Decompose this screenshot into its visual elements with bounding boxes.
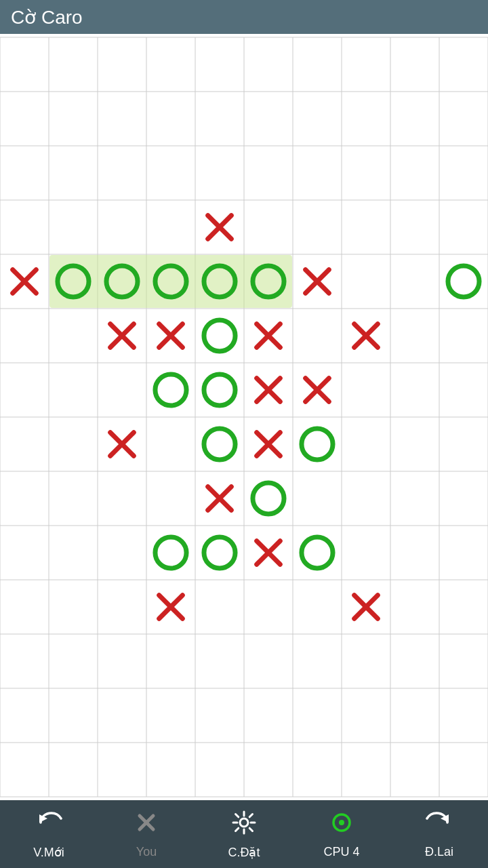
toolbar-icon-new-game <box>35 809 62 842</box>
toolbar-item-undo[interactable]: Đ.Lai <box>390 804 488 865</box>
toolbar-item-you[interactable]: You <box>98 804 195 865</box>
svg-rect-27 <box>49 255 292 308</box>
game-board[interactable] <box>0 34 488 800</box>
toolbar-item-new-game[interactable]: V.Mới <box>0 804 98 865</box>
svg-point-78 <box>339 820 344 825</box>
toolbar-icon-undo <box>426 809 453 842</box>
app-header: Cờ Caro <box>0 0 488 34</box>
toolbar-icon-you <box>133 809 160 842</box>
bottom-toolbar: V.MớiYouC.ĐặtCPU 4Đ.Lai <box>0 800 488 868</box>
toolbar-label-undo: Đ.Lai <box>425 845 453 859</box>
toolbar-label-settings: C.Đặt <box>228 845 260 860</box>
app-title: Cờ Caro <box>11 6 83 28</box>
toolbar-icon-cpu <box>328 809 355 842</box>
toolbar-label-you: You <box>136 845 157 859</box>
svg-point-76 <box>240 818 248 827</box>
toolbar-item-settings[interactable]: C.Đặt <box>195 804 293 865</box>
toolbar-label-new-game: V.Mới <box>33 845 64 860</box>
toolbar-icon-settings <box>230 809 258 842</box>
toolbar-label-cpu: CPU 4 <box>323 845 359 859</box>
toolbar-item-cpu[interactable]: CPU 4 <box>293 804 390 865</box>
